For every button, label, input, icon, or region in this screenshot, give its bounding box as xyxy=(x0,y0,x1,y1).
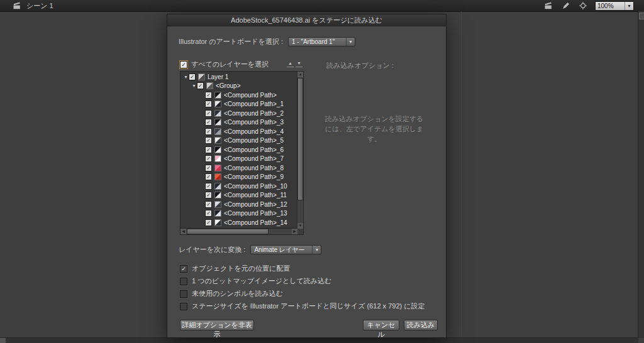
layer-label: <Compound Path>_13 xyxy=(224,210,287,217)
layer-row[interactable]: ✓<Compound Path>_12 xyxy=(180,200,297,209)
layer-label: <Group> xyxy=(216,82,240,89)
layer-checkbox[interactable]: ✓ xyxy=(205,110,212,117)
layer-checkbox[interactable]: ✓ xyxy=(205,146,212,153)
import-options-hint: 読み込みオプションを設定するには、左でアイテムを選択します。 xyxy=(322,114,426,144)
layer-row[interactable]: ✓<Compound Path>_6 xyxy=(180,145,297,155)
stage-horizontal-scrollbar[interactable] xyxy=(0,337,638,343)
scroll-left-icon[interactable]: ◀ xyxy=(180,229,186,234)
layer-list: ▼✓Layer 1▼✓<Group>✓<Compound Path>✓<Comp… xyxy=(180,71,304,235)
zoom-select[interactable]: 100% ▼ xyxy=(595,1,634,11)
layer-checkbox[interactable]: ✓ xyxy=(205,137,212,144)
option-checkbox[interactable] xyxy=(180,278,187,285)
layer-row[interactable]: ✓<Compound Path>_11 xyxy=(180,191,297,200)
scrollbar-thumb[interactable] xyxy=(297,78,303,200)
dialog-checkbox-group: ✓オブジェクトを元の位置に配置1 つのビットマップイメージとして読み込む未使用の… xyxy=(180,265,425,315)
artboard-select-label: Illustrator のアートボードを選択 : xyxy=(179,37,283,46)
center-frame-icon[interactable] xyxy=(578,2,587,9)
layer-row[interactable]: ✓<Compound Path>_10 xyxy=(180,182,297,191)
layer-row[interactable]: ▼✓<Group> xyxy=(180,82,297,91)
layer-checkbox[interactable]: ✓ xyxy=(205,101,212,107)
option-label: 未使用のシンボルを読み込む xyxy=(192,289,283,298)
layer-thumbnail xyxy=(206,82,213,89)
layer-label: Layer 1 xyxy=(208,74,228,80)
collapse-all-icon[interactable]: ▼ xyxy=(296,60,303,67)
layer-row[interactable]: ✓<Compound Path>_7 xyxy=(180,155,297,164)
layer-checkbox[interactable]: ✓ xyxy=(197,82,204,89)
stage-vertical-scrollbar[interactable] xyxy=(638,11,644,338)
layer-thumbnail xyxy=(214,92,221,99)
layer-thumbnail xyxy=(214,219,221,226)
layer-checkbox[interactable]: ✓ xyxy=(205,201,212,208)
layer-row[interactable]: ✓<Compound Path> xyxy=(180,90,297,100)
layer-checkbox[interactable]: ✓ xyxy=(205,165,212,172)
cancel-button[interactable]: キャンセル xyxy=(363,320,399,330)
scroll-down-icon[interactable]: ▼ xyxy=(297,223,303,229)
layer-checkbox[interactable]: ✓ xyxy=(205,155,212,162)
artboard-select[interactable]: 1 - "Artboard 1" ▼ xyxy=(288,37,355,46)
layer-row[interactable]: ✓<Compound Path>_5 xyxy=(180,136,297,146)
layer-checkbox[interactable]: ✓ xyxy=(205,173,212,180)
layer-checkbox[interactable]: ✓ xyxy=(205,92,212,99)
layer-row[interactable]: ▼✓Layer 1 xyxy=(180,72,297,82)
layer-list-vertical-scrollbar[interactable]: ▲ ▼ xyxy=(297,72,303,229)
artboard-select-value: 1 - "Artboard 1" xyxy=(292,38,335,45)
edit-scene-icon[interactable] xyxy=(544,2,553,9)
layer-row[interactable]: ✓<Compound Path>_4 xyxy=(180,127,297,136)
expander-icon[interactable]: ▼ xyxy=(191,84,197,88)
layer-label: <Compound Path>_4 xyxy=(224,128,284,135)
layer-checkbox[interactable]: ✓ xyxy=(189,74,196,80)
layer-thumbnail xyxy=(214,201,221,208)
layer-row[interactable]: ✓<Compound Path>_1 xyxy=(180,100,297,109)
import-button[interactable]: 読み込み xyxy=(404,320,438,330)
option-row[interactable]: ステージサイズを Illustrator アートボードと同じサイズ (612 x… xyxy=(180,303,425,310)
hide-advanced-options-button[interactable]: 詳細オプションを非表示 xyxy=(180,320,254,330)
scroll-up-icon[interactable]: ▲ xyxy=(297,72,303,77)
layer-checkbox[interactable]: ✓ xyxy=(205,192,212,199)
layer-checkbox[interactable]: ✓ xyxy=(205,210,212,217)
option-checkbox[interactable] xyxy=(180,290,187,298)
expander-icon[interactable]: ▼ xyxy=(183,75,189,79)
layer-list-rows: ▼✓Layer 1▼✓<Group>✓<Compound Path>✓<Comp… xyxy=(180,72,297,229)
option-checkbox[interactable] xyxy=(180,303,187,310)
option-row[interactable]: ✓オブジェクトを元の位置に配置 xyxy=(180,265,425,272)
layer-list-horizontal-scrollbar[interactable]: ◀ ▶ xyxy=(180,228,297,234)
layer-row[interactable]: ✓<Compound Path>_14 xyxy=(180,218,297,227)
layer-checkbox[interactable]: ✓ xyxy=(205,119,212,126)
pasteboard-divider xyxy=(461,11,462,338)
layer-row[interactable]: ✓<Compound Path>_13 xyxy=(180,209,297,219)
scroll-right-icon[interactable]: ▶ xyxy=(292,229,297,234)
layer-thumbnail xyxy=(214,165,221,172)
layer-row[interactable]: ✓<Compound Path>_9 xyxy=(180,173,297,182)
layer-label: <Compound Path>_12 xyxy=(224,201,287,208)
layer-label: <Compound Path>_10 xyxy=(224,183,287,190)
chevron-down-icon: ▼ xyxy=(625,2,631,10)
layer-thumbnail xyxy=(214,119,221,126)
layer-label: <Compound Path>_5 xyxy=(224,137,284,144)
scrollbar-thumb[interactable] xyxy=(639,13,644,19)
convert-layers-select[interactable]: Animate レイヤー ▼ xyxy=(250,245,321,254)
option-row[interactable]: 1 つのビットマップイメージとして読み込む xyxy=(180,278,425,285)
select-all-layers-checkbox[interactable]: ✓ xyxy=(180,61,187,68)
edit-symbol-icon[interactable] xyxy=(561,2,570,9)
layer-thumbnail xyxy=(214,137,221,144)
layer-row[interactable]: ✓<Compound Path>_2 xyxy=(180,109,297,118)
layer-checkbox[interactable]: ✓ xyxy=(205,183,212,190)
layer-row[interactable]: ✓<Compound Path>_3 xyxy=(180,118,297,128)
layer-label: <Compound Path>_1 xyxy=(224,101,284,107)
layer-thumbnail xyxy=(214,110,221,117)
zoom-value: 100% xyxy=(597,3,614,9)
layer-thumbnail xyxy=(214,128,221,135)
import-dialog: AdobeStock_65746438.ai をステージに読み込む Illust… xyxy=(167,14,447,338)
expand-all-icon[interactable]: ▲ xyxy=(287,60,294,67)
scene-clapper-icon xyxy=(13,2,22,9)
chevron-down-icon: ▼ xyxy=(346,38,353,46)
option-row[interactable]: 未使用のシンボルを読み込む xyxy=(180,290,425,297)
layer-checkbox[interactable]: ✓ xyxy=(205,219,212,226)
scrollbar-corner xyxy=(297,229,303,234)
scrollbar-thumb[interactable] xyxy=(187,229,269,234)
convert-layers-value: Animate レイヤー xyxy=(254,246,304,254)
scrollbar-corner xyxy=(0,338,6,343)
layer-row[interactable]: ✓<Compound Path>_8 xyxy=(180,163,297,173)
layer-checkbox[interactable]: ✓ xyxy=(205,128,212,135)
option-checkbox[interactable]: ✓ xyxy=(180,265,187,273)
